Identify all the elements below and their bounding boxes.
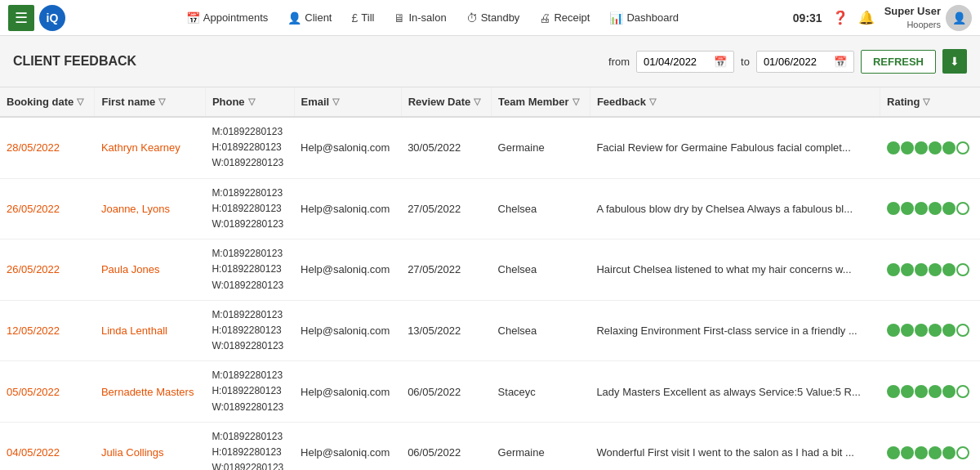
feedback-value-2: Haircut Chelsea listened to what my hair… bbox=[596, 263, 851, 275]
th-label-rating: Rating bbox=[887, 96, 920, 108]
receipt-icon: 🖨 bbox=[539, 11, 550, 25]
email-value-4: Help@saloniq.com bbox=[301, 386, 390, 398]
to-date-input[interactable]: 📅 bbox=[756, 51, 854, 73]
th-booking_date: Booking date▽ bbox=[0, 87, 95, 117]
filter-icon-review_date[interactable]: ▽ bbox=[474, 96, 480, 107]
review-date-value-5: 06/05/2022 bbox=[408, 446, 461, 459]
phone-value-4: M:01892280123H:01892280123W:01892280123 bbox=[212, 368, 287, 415]
filter-icon-rating[interactable]: ▽ bbox=[923, 96, 929, 107]
star-filled-2-2 bbox=[915, 263, 928, 276]
nav-item-client[interactable]: 👤Client bbox=[279, 7, 340, 29]
nav-user-location: Hoopers bbox=[884, 19, 941, 30]
phone-value-0: M:01892280123H:01892280123W:01892280123 bbox=[212, 124, 287, 172]
star-filled-5-1 bbox=[901, 446, 914, 459]
th-label-feedback: Feedback bbox=[597, 96, 646, 108]
cell-phone-0: M:01892280123H:01892280123W:01892280123 bbox=[205, 117, 294, 178]
table-row: 28/05/2022Kathryn KearneyM:01892280123H:… bbox=[0, 117, 980, 178]
cell-first-name-4: Bernadette Masters bbox=[95, 361, 205, 423]
star-filled-4-2 bbox=[915, 385, 928, 398]
standby-icon: ⏱ bbox=[466, 11, 478, 25]
star-filled-3-1 bbox=[901, 324, 914, 337]
client-name-1[interactable]: Joanne, Lyons bbox=[101, 203, 170, 215]
cell-review-date-1: 27/05/2022 bbox=[401, 178, 491, 239]
to-date-field[interactable] bbox=[764, 56, 829, 68]
star-filled-3-4 bbox=[942, 324, 956, 337]
help-icon[interactable]: ❓ bbox=[832, 10, 849, 25]
star-filled-0-3 bbox=[929, 141, 942, 154]
star-filled-2-3 bbox=[929, 263, 942, 276]
feedback-table: Booking date▽First name▽Phone▽Email▽Revi… bbox=[0, 87, 980, 470]
table-row: 12/05/2022Linda LenthallM:01892280123H:0… bbox=[0, 300, 980, 361]
rating-value-2 bbox=[887, 263, 973, 276]
booking-date-value-2: 26/05/2022 bbox=[7, 263, 60, 275]
star-filled-4-1 bbox=[901, 385, 914, 398]
filter-icon-email[interactable]: ▽ bbox=[332, 96, 339, 107]
star-filled-5-3 bbox=[929, 446, 942, 459]
cell-phone-1: M:01892280123H:01892280123W:01892280123 bbox=[205, 178, 294, 239]
rating-value-5 bbox=[887, 446, 973, 459]
client-name-0[interactable]: Kathryn Kearney bbox=[101, 141, 180, 154]
page-title: CLIENT FEEDBACK bbox=[13, 54, 599, 69]
star-filled-2-0 bbox=[887, 263, 900, 276]
nav-item-dashboard[interactable]: 📊Dashboard bbox=[601, 7, 687, 29]
cell-review-date-5: 06/05/2022 bbox=[401, 422, 491, 470]
filter-icon-team_member[interactable]: ▽ bbox=[572, 96, 579, 107]
client-name-4[interactable]: Bernadette Masters bbox=[101, 386, 194, 398]
filter-icon-booking_date[interactable]: ▽ bbox=[77, 96, 83, 107]
filter-icon-feedback[interactable]: ▽ bbox=[649, 96, 656, 107]
team-member-value-2: Chelsea bbox=[498, 263, 537, 275]
star-empty-5 bbox=[956, 446, 969, 459]
export-button[interactable]: ⬇ bbox=[942, 49, 967, 74]
email-value-2: Help@saloniq.com bbox=[301, 263, 390, 275]
th-first_name: First name▽ bbox=[95, 87, 205, 117]
th-phone: Phone▽ bbox=[205, 87, 294, 117]
review-date-value-0: 30/05/2022 bbox=[408, 141, 461, 154]
star-filled-5-2 bbox=[915, 446, 928, 459]
client-name-5[interactable]: Julia Collings bbox=[101, 446, 164, 459]
cell-feedback-5: Wonderful First visit I went to the salo… bbox=[590, 422, 880, 470]
nav-item-standby[interactable]: ⏱Standby bbox=[458, 7, 528, 29]
feedback-value-0: Facial Review for Germaine Fabulous faci… bbox=[596, 141, 850, 154]
cell-feedback-3: Relaxing Environment First-class service… bbox=[590, 300, 880, 361]
booking-date-value-1: 26/05/2022 bbox=[7, 203, 60, 215]
nav-item-receipt[interactable]: 🖨Receipt bbox=[531, 7, 598, 29]
client-name-2[interactable]: Paula Jones bbox=[101, 263, 160, 275]
star-filled-3-3 bbox=[929, 324, 942, 337]
from-date-field[interactable] bbox=[644, 56, 709, 68]
cell-booking-date-3: 12/05/2022 bbox=[0, 300, 95, 361]
booking-date-value-3: 12/05/2022 bbox=[7, 325, 60, 337]
cell-rating-0 bbox=[880, 117, 980, 178]
filter-icon-phone[interactable]: ▽ bbox=[248, 96, 255, 107]
email-value-3: Help@saloniq.com bbox=[301, 325, 390, 337]
cell-first-name-5: Julia Collings bbox=[95, 422, 205, 470]
hamburger-menu[interactable]: ☰ bbox=[8, 5, 34, 31]
phone-value-5: M:01892280123H:01892280123W:01892280123 bbox=[212, 429, 287, 470]
star-empty-4 bbox=[956, 385, 969, 398]
calendar-icon-to[interactable]: 📅 bbox=[834, 56, 847, 68]
filter-icon-first_name[interactable]: ▽ bbox=[158, 96, 165, 107]
client-name-3[interactable]: Linda Lenthall bbox=[101, 325, 167, 337]
nav-item-appointments[interactable]: 📅Appointments bbox=[178, 7, 277, 29]
top-navigation: ☰ iQ 📅Appointments👤Client£Till🖥In-salon⏱… bbox=[0, 0, 980, 36]
star-filled-0-1 bbox=[901, 141, 914, 154]
in-salon-icon: 🖥 bbox=[394, 11, 405, 25]
cell-first-name-3: Linda Lenthall bbox=[95, 300, 205, 361]
star-filled-5-0 bbox=[887, 446, 900, 459]
cell-booking-date-4: 05/05/2022 bbox=[0, 361, 95, 423]
calendar-icon-from[interactable]: 📅 bbox=[714, 56, 727, 68]
nav-item-till[interactable]: £Till bbox=[344, 7, 383, 29]
client-icon: 👤 bbox=[287, 11, 301, 25]
standby-label: Standby bbox=[481, 11, 520, 24]
star-filled-1-3 bbox=[929, 202, 942, 215]
table-row: 26/05/2022Paula JonesM:01892280123H:0189… bbox=[0, 239, 980, 301]
th-label-booking_date: Booking date bbox=[7, 96, 74, 108]
nav-item-in-salon[interactable]: 🖥In-salon bbox=[385, 7, 454, 29]
notification-icon[interactable]: 🔔 bbox=[858, 10, 875, 25]
appointments-icon: 📅 bbox=[186, 11, 200, 25]
table-row: 05/05/2022Bernadette MastersM:0189228012… bbox=[0, 361, 980, 423]
cell-rating-3 bbox=[880, 300, 980, 361]
from-date-input[interactable]: 📅 bbox=[636, 51, 734, 73]
cell-booking-date-1: 26/05/2022 bbox=[0, 178, 95, 239]
phone-value-2: M:01892280123H:01892280123W:01892280123 bbox=[212, 246, 287, 293]
refresh-button[interactable]: REFRESH bbox=[861, 50, 936, 74]
